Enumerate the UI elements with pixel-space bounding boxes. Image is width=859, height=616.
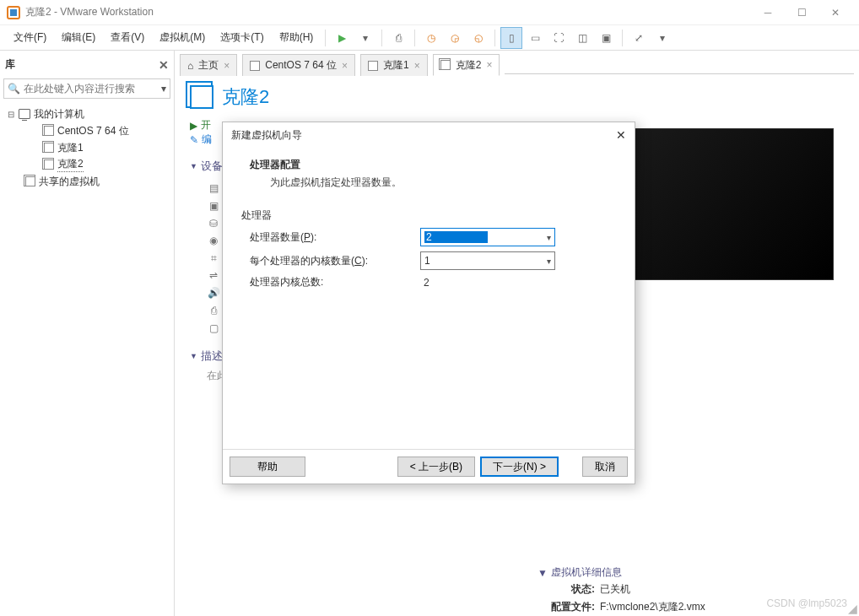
vm-icon xyxy=(44,126,54,136)
watermark: CSDN @lmp5023 xyxy=(766,597,847,609)
tree-vm-clone2[interactable]: 克隆2 xyxy=(3,156,170,173)
tab-close-icon[interactable]: × xyxy=(486,59,492,71)
memory-icon: ▤ xyxy=(207,181,220,195)
wizard-step-subtitle: 为此虚拟机指定处理器数量。 xyxy=(250,176,608,190)
menu-file[interactable]: 文件(F) xyxy=(7,27,53,48)
back-button[interactable]: < 上一步(B) xyxy=(397,457,475,477)
menu-vm[interactable]: 虚拟机(M) xyxy=(153,27,212,48)
stretch-icon[interactable]: ⤢ xyxy=(628,27,650,49)
sound-icon: 🔊 xyxy=(207,286,220,300)
processor-count-row: 处理器数量(P): 2▾ xyxy=(240,228,618,246)
processor-group-label: 处理器 xyxy=(241,208,618,223)
processor-count-label: 处理器数量(P): xyxy=(250,230,410,245)
snapshot-manage-icon[interactable]: ◵ xyxy=(467,27,489,49)
collapse-icon: ▼ xyxy=(538,567,548,579)
tree-vm-centos[interactable]: CentOS 7 64 位 xyxy=(3,122,170,139)
power-on-button[interactable]: ▶ xyxy=(331,27,353,49)
minimize-button[interactable]: ─ xyxy=(751,1,785,24)
menu-view[interactable]: 查看(V) xyxy=(104,27,151,48)
view-single-icon[interactable]: ▯ xyxy=(500,27,522,49)
chevron-down-icon: ▾ xyxy=(547,257,551,266)
snapshot-revert-icon[interactable]: ◶ xyxy=(444,27,466,49)
vm-details: ▼虚拟机详细信息 状态:已关机 配置文件:F:\vmclone2\克隆2.vmx… xyxy=(538,565,711,616)
tab-clone1[interactable]: 克隆1× xyxy=(360,54,428,76)
monitor-icon xyxy=(19,109,30,119)
collapse-icon: ▼ xyxy=(190,162,197,170)
next-button[interactable]: 下一步(N) > xyxy=(480,457,559,477)
home-icon: ⌂ xyxy=(187,60,193,72)
detail-status: 状态:已关机 xyxy=(539,581,710,597)
dialog-close-icon[interactable]: ✕ xyxy=(616,128,626,142)
tab-clone2[interactable]: 克隆2× xyxy=(433,54,500,76)
cancel-button[interactable]: 取消 xyxy=(582,457,628,477)
vm-icon xyxy=(368,61,378,71)
menu-bar: 文件(F) 编辑(E) 查看(V) 虚拟机(M) 选项卡(T) 帮助(H) ▶ … xyxy=(0,25,859,51)
tree-vm-clone1[interactable]: 克隆1 xyxy=(3,139,170,156)
close-button[interactable]: ✕ xyxy=(818,1,852,24)
tab-close-icon[interactable]: × xyxy=(414,60,420,72)
cores-row: 每个处理器的内核数量(C): 1▾ xyxy=(240,251,618,270)
chevron-down-icon: ▾ xyxy=(547,233,551,242)
cores-combo[interactable]: 1▾ xyxy=(420,251,555,270)
snapshot-take-icon[interactable]: ◷ xyxy=(420,27,442,49)
display-icon: ▢ xyxy=(207,322,220,335)
svg-rect-1 xyxy=(10,9,17,16)
dialog-title: 新建虚拟机向导 xyxy=(231,128,616,143)
vm-details-header[interactable]: ▼虚拟机详细信息 xyxy=(538,565,711,580)
wizard-header: 处理器配置 为此虚拟机指定处理器数量。 xyxy=(240,154,618,200)
total-cores-label: 处理器内核总数: xyxy=(250,275,410,289)
menu-edit[interactable]: 编辑(E) xyxy=(55,27,102,48)
wizard-step-title: 处理器配置 xyxy=(250,158,608,172)
usb-icon: ⇌ xyxy=(207,268,220,282)
hard-disk-icon: ⛁ xyxy=(207,217,220,230)
expand-icon[interactable]: ⊟ xyxy=(7,110,15,119)
vmware-app-icon xyxy=(7,6,20,19)
tab-bar: ⌂主页× CentOS 7 64 位× 克隆1× 克隆2× xyxy=(175,51,859,74)
help-button[interactable]: 帮助 xyxy=(230,457,305,477)
cd-icon: ◉ xyxy=(207,234,220,247)
network-icon: ⌗ xyxy=(207,251,220,265)
dialog-body: 处理器配置 为此虚拟机指定处理器数量。 处理器 处理器数量(P): 2▾ 每个处… xyxy=(223,148,635,449)
tab-close-icon[interactable]: × xyxy=(342,60,348,72)
send-cad-icon[interactable]: ⎙ xyxy=(387,27,409,49)
dialog-footer: 帮助 < 上一步(B) 下一步(N) > 取消 xyxy=(223,449,635,484)
search-dropdown-icon[interactable]: ▾ xyxy=(161,83,166,95)
stretch-dropdown[interactable]: ▾ xyxy=(651,27,673,49)
menu-tabs[interactable]: 选项卡(T) xyxy=(213,27,270,48)
new-vm-wizard-dialog: 新建虚拟机向导 ✕ 处理器配置 为此虚拟机指定处理器数量。 处理器 处理器数量(… xyxy=(222,122,635,484)
vm-icon xyxy=(25,176,35,186)
tree-my-computer[interactable]: ⊟ 我的计算机 xyxy=(3,105,170,122)
search-icon: 🔍 xyxy=(8,83,20,95)
vm-screen-preview xyxy=(631,128,834,280)
library-search[interactable]: 🔍 ▾ xyxy=(3,78,170,99)
detail-config-file: 配置文件:F:\vmclone2\克隆2.vmx xyxy=(539,599,710,615)
dialog-titlebar: 新建虚拟机向导 ✕ xyxy=(223,122,635,148)
printer-icon: ⎙ xyxy=(207,304,220,317)
view-unity-icon[interactable]: ◫ xyxy=(571,27,593,49)
library-header: 库 ✕ xyxy=(3,54,170,75)
vm-icon xyxy=(44,143,54,153)
tab-home[interactable]: ⌂主页× xyxy=(180,54,237,76)
vm-icon xyxy=(440,60,451,70)
maximize-button[interactable]: ☐ xyxy=(785,1,818,24)
library-close-icon[interactable]: ✕ xyxy=(159,58,169,72)
cores-label: 每个处理器的内核数量(C): xyxy=(250,254,410,268)
menu-help[interactable]: 帮助(H) xyxy=(273,27,321,48)
window-title: 克隆2 - VMware Workstation xyxy=(25,5,751,19)
library-tree: ⊟ 我的计算机 CentOS 7 64 位 克隆1 克隆2 共享的虚拟机 xyxy=(3,105,170,190)
view-console-icon[interactable]: ▣ xyxy=(595,27,617,49)
tab-centos[interactable]: CentOS 7 64 位× xyxy=(242,54,355,76)
resize-grip[interactable]: ◢ xyxy=(848,602,857,614)
view-fullscreen-icon[interactable]: ⛶ xyxy=(548,27,570,49)
tab-close-icon[interactable]: × xyxy=(224,60,230,72)
processor-count-combo[interactable]: 2▾ xyxy=(420,228,555,246)
vm-page-title: 克隆2 xyxy=(222,84,269,110)
title-bar: 克隆2 - VMware Workstation ─ ☐ ✕ xyxy=(0,0,859,25)
library-sidebar: 库 ✕ 🔍 ▾ ⊟ 我的计算机 CentOS 7 64 位 克隆1 克隆2 共享… xyxy=(0,51,175,616)
search-input[interactable] xyxy=(24,83,161,95)
tree-shared-vms[interactable]: 共享的虚拟机 xyxy=(3,173,170,190)
vm-icon xyxy=(250,61,260,71)
vm-page-title-row: 克隆2 xyxy=(190,84,844,110)
view-thumbnail-icon[interactable]: ▭ xyxy=(524,27,546,49)
power-dropdown[interactable]: ▾ xyxy=(354,27,376,49)
